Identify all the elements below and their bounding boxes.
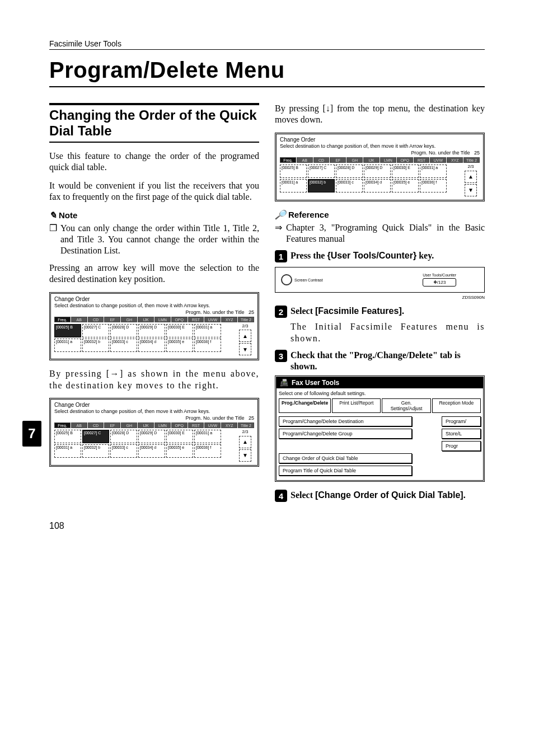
tab[interactable]: GH: [346, 157, 363, 163]
down-arrow-button[interactable]: ▼: [239, 343, 251, 355]
dest-tile[interactable]: [00025] B: [54, 324, 81, 337]
dest-tile[interactable]: [00033] c: [110, 339, 137, 352]
tab[interactable]: IJK: [138, 317, 154, 322]
tab[interactable]: XYZ: [221, 317, 237, 322]
btn-right-1[interactable]: Program/: [442, 416, 481, 426]
tile-row-1: [00025] B [00027] C [00028] D [00029] D …: [54, 430, 235, 443]
tab[interactable]: UVW: [204, 422, 221, 428]
tab[interactable]: RST: [188, 422, 204, 428]
up-arrow-button[interactable]: ▲: [239, 330, 251, 342]
dest-tile[interactable]: [00032] b: [308, 179, 335, 192]
reference-text: Chapter 3, "Programing Quick Dials" in t…: [286, 222, 485, 245]
tab[interactable]: CD: [88, 317, 104, 322]
dest-tile[interactable]: [00034] d: [138, 444, 165, 458]
dest-tile[interactable]: [00027] C: [82, 324, 109, 337]
dest-tile[interactable]: [00034] d: [138, 339, 165, 352]
user-tools-counter-button[interactable]: ❖/123: [423, 278, 456, 287]
dest-tile[interactable]: [00032] b: [82, 444, 109, 458]
tab-gen-settings[interactable]: Gen. Settings/Adjust: [382, 398, 430, 413]
tab[interactable]: CD: [88, 422, 104, 428]
tab[interactable]: IJK: [138, 422, 154, 428]
dest-tile[interactable]: [00031] a: [194, 324, 221, 337]
dest-tile[interactable]: [00031] a: [280, 179, 307, 192]
tab[interactable]: OPQ: [171, 317, 188, 322]
freq-tab[interactable]: Freq.: [280, 157, 296, 163]
dest-tile[interactable]: [00033] c: [336, 179, 363, 192]
dest-tile[interactable]: [00025] B: [280, 165, 307, 178]
dest-tile[interactable]: [00031] a: [420, 165, 447, 178]
btn-pcd-destination[interactable]: Program/Change/Delete Destination: [279, 416, 412, 426]
bullet-mark: ❒: [49, 223, 60, 257]
dest-tile[interactable]: [00025] B: [54, 430, 81, 443]
freq-tab[interactable]: Freq.: [54, 422, 71, 428]
dest-tile[interactable]: [00029] D: [138, 430, 165, 443]
running-header: Facsimile User Tools: [49, 39, 485, 50]
tab[interactable]: UVW: [430, 157, 446, 163]
tab[interactable]: EF: [104, 317, 120, 322]
down-arrow-button[interactable]: ▼: [465, 184, 477, 196]
tab[interactable]: XYZ: [221, 422, 237, 428]
dest-tile[interactable]: [00028] D: [336, 165, 363, 178]
btn-change-order-qdt[interactable]: Change Order of Quick Dial Table: [279, 453, 412, 463]
dest-tile[interactable]: [00033] c: [110, 444, 137, 458]
btn-right-2[interactable]: Store/L: [442, 429, 481, 439]
tab[interactable]: AB: [71, 317, 87, 322]
tab[interactable]: AB: [297, 157, 313, 163]
dest-tile[interactable]: [00031] a: [194, 430, 221, 443]
fax-tools-tabs: Prog./Change/Delete Print List/Report Ge…: [279, 398, 481, 413]
tab-prog-change-delete[interactable]: Prog./Change/Delete: [279, 398, 331, 413]
dest-tile[interactable]: [00031] a: [54, 444, 81, 458]
dest-tile[interactable]: [00030] E: [166, 324, 193, 337]
btn-pcd-group[interactable]: Program/Change/Delete Group: [279, 429, 412, 439]
tab[interactable]: Title 2: [463, 157, 480, 163]
tab[interactable]: AB: [71, 422, 87, 428]
tab[interactable]: RST: [188, 317, 204, 322]
dest-tile[interactable]: [00036] f: [194, 339, 221, 352]
tab[interactable]: IJK: [363, 157, 380, 163]
down-arrow-button[interactable]: ▼: [239, 449, 251, 462]
tab[interactable]: CD: [313, 157, 330, 163]
dest-tile[interactable]: [00030] E: [392, 165, 419, 178]
btn-program-title-qdt[interactable]: Program Title of Quick Dial Table: [279, 466, 412, 476]
tab[interactable]: LMN: [154, 422, 171, 428]
tab[interactable]: OPQ: [397, 157, 413, 163]
tab[interactable]: UVW: [204, 317, 221, 322]
tab[interactable]: GH: [121, 422, 137, 428]
tab[interactable]: Title 2: [238, 422, 254, 428]
fax-tools-title: 📠 Fax User Tools: [277, 377, 483, 388]
page-indicator: 2/3: [242, 324, 248, 329]
figure-caption: ZDSS090N: [275, 295, 485, 300]
freq-tab[interactable]: Freq.: [54, 317, 71, 322]
dest-tile[interactable]: [00036] f: [420, 179, 447, 192]
tab[interactable]: EF: [330, 157, 346, 163]
up-arrow-button[interactable]: ▲: [239, 436, 251, 448]
tab[interactable]: XYZ: [447, 157, 463, 163]
tab[interactable]: OPQ: [171, 422, 188, 428]
dest-tile[interactable]: [00034] d: [364, 179, 391, 192]
dest-tile[interactable]: [00032] b: [82, 339, 109, 352]
dest-tile[interactable]: [00036] f: [194, 444, 221, 458]
tab[interactable]: LMN: [380, 157, 396, 163]
dest-tile[interactable]: [00035] e: [166, 339, 193, 352]
dest-tile[interactable]: [00029] D: [138, 324, 165, 337]
tab-reception-mode[interactable]: Reception Mode: [432, 398, 481, 413]
tab[interactable]: EF: [104, 422, 120, 428]
tab[interactable]: GH: [121, 317, 137, 322]
dest-tile[interactable]: [00028] D: [110, 324, 137, 337]
dest-tile[interactable]: [00027] C: [308, 165, 335, 178]
dest-tile[interactable]: [00031] a: [54, 339, 81, 352]
tab[interactable]: Title 2: [238, 317, 254, 322]
up-arrow-button[interactable]: ▲: [465, 171, 477, 183]
change-order-screenshot-1: Change Order Select destination to chang…: [49, 292, 259, 361]
dest-tile[interactable]: [00030] E: [166, 430, 193, 443]
btn-right-3[interactable]: Progr: [442, 441, 481, 451]
dlg-tabs: Freq. AB CD EF GH IJK LMN OPQ RST UVW XY…: [280, 157, 480, 163]
tab[interactable]: LMN: [154, 317, 171, 322]
dest-tile[interactable]: [00027] C: [82, 430, 109, 443]
tab[interactable]: RST: [414, 157, 430, 163]
dest-tile[interactable]: [00035] e: [392, 179, 419, 192]
dest-tile[interactable]: [00029] D: [364, 165, 391, 178]
dest-tile[interactable]: [00028] D: [110, 430, 137, 443]
tab-print-list-report[interactable]: Print List/Report: [332, 398, 381, 413]
dest-tile[interactable]: [00035] e: [166, 444, 193, 458]
